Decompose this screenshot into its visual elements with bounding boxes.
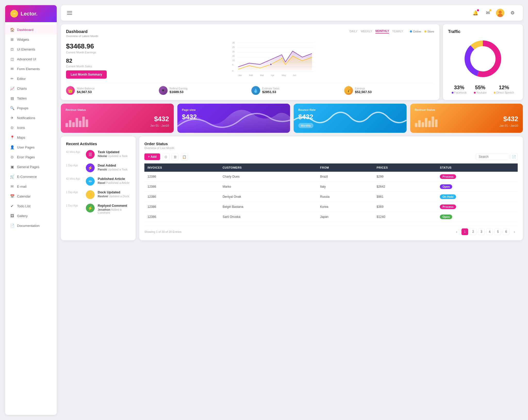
- export-icon-btn[interactable]: 📄: [510, 153, 518, 160]
- tab-monthly[interactable]: Monthly: [375, 29, 389, 34]
- sidebar: ~ Lector. 🏠 Dashboard ⊞ Widgets ⊡ UI Ele…: [5, 5, 57, 415]
- direct-pct: 12%: [494, 85, 514, 90]
- sidebar-item-error-pages[interactable]: ⊙ Erorr Pages: [5, 152, 57, 162]
- sidebar-item-tables[interactable]: ▤ Tables: [5, 93, 57, 103]
- next-page-btn[interactable]: ›: [511, 228, 518, 235]
- stats-row: 👑 Wallet Ballance $4,567.53 ♥ Referal Ea…: [66, 83, 434, 95]
- table-row: 12386 Sarti Onuska Japan $1240 Open: [144, 212, 518, 222]
- sidebar-item-todo[interactable]: ✔ Todo List: [5, 201, 57, 211]
- activity-desc-0: Nikolai Updated a Task: [98, 154, 130, 158]
- settings-icon-btn[interactable]: ⚙: [508, 9, 517, 17]
- referral-info: Referal Earning $1689.53: [170, 87, 187, 94]
- page-btn-6[interactable]: 6: [503, 228, 509, 235]
- page-btn-4[interactable]: 4: [486, 228, 493, 235]
- sidebar-item-widgets[interactable]: ⊞ Widgets: [5, 35, 57, 44]
- hamburger-menu[interactable]: [67, 11, 72, 15]
- sidebar-item-general-pages[interactable]: ▣ General Pages: [5, 162, 57, 172]
- sidebar-item-popups[interactable]: 🔍 Popups: [5, 103, 57, 113]
- row-4-price: $1240: [374, 212, 437, 222]
- row-4-customer: Sarti Onuska: [219, 212, 317, 222]
- chart-legend: Online Store: [410, 30, 434, 33]
- sidebar-label-charts: Charts: [17, 87, 27, 90]
- toolbar-circle-btn[interactable]: ⊙: [162, 153, 169, 160]
- activity-title-2: Published Article: [98, 177, 130, 181]
- revenue-status-card-2: Revinue Status $432 Jan 01 - Jan10: [410, 104, 523, 133]
- add-order-button[interactable]: + Add: [144, 153, 160, 160]
- bounce-rate-card: Bounce Rate $432 Monthly: [294, 104, 407, 133]
- sidebar-label-error-pages: Erorr Pages: [17, 155, 35, 159]
- sidebar-item-icons[interactable]: ⊙ Icons: [5, 123, 57, 133]
- wallet-label: Wallet Ballance: [77, 87, 95, 90]
- svg-text:20: 20: [232, 50, 235, 53]
- sidebar-item-documentation[interactable]: 📄 Documentation: [5, 221, 57, 230]
- calendar-icon: 📅: [10, 194, 14, 199]
- last-month-button[interactable]: Last Month Summary: [66, 70, 107, 79]
- sidebar-item-form-elements[interactable]: ✉ Form Elements: [5, 64, 57, 74]
- user-avatar[interactable]: [496, 9, 504, 17]
- sidebar-item-charts[interactable]: 📈 Charts: [5, 84, 57, 93]
- earnings-stat-value: $52,567.53: [355, 90, 372, 94]
- prev-page-btn[interactable]: ‹: [453, 228, 460, 235]
- sidebar-item-dashboard[interactable]: 🏠 Dashboard: [5, 25, 57, 35]
- activity-title-1: Deal Added: [98, 163, 130, 167]
- row-1-customer: Marko: [219, 182, 317, 192]
- tab-daily[interactable]: Daily: [350, 30, 358, 33]
- sidebar-item-advanced-ui[interactable]: ◫ Advanced UI: [5, 54, 57, 64]
- orange-bar-6: [432, 117, 434, 127]
- wallet-value: $4,567.53: [77, 90, 95, 94]
- tab-weekly[interactable]: Weekly: [361, 30, 372, 33]
- earnings-label: Current Month Earnings: [66, 51, 107, 54]
- sidebar-item-calendar[interactable]: 📅 Calendar: [5, 191, 57, 201]
- blue-wave-svg: [294, 104, 407, 133]
- orange-bar-5: [428, 121, 431, 127]
- activity-item-1: 1 Day Ago ⚡ Deal Added Panshi Updated a …: [66, 163, 130, 172]
- activity-icon-2: ✏: [86, 177, 95, 186]
- row-2-customer: Deniyal Onak: [219, 192, 317, 202]
- orange-bar-1: [415, 123, 417, 127]
- sidebar-item-gallery[interactable]: 🖼 Gallery: [5, 211, 57, 221]
- activity-action-1: Updated a Task: [108, 168, 127, 171]
- tab-yearly[interactable]: Yearly: [392, 30, 403, 33]
- col-prices: Prices: [374, 163, 437, 172]
- header: 🔔 ✉ ⚙: [61, 5, 523, 21]
- status-badge-2: On Hold: [440, 194, 456, 199]
- sidebar-item-editor[interactable]: ✏ Editor: [5, 74, 57, 84]
- documentation-icon: 📄: [10, 223, 14, 228]
- bar-4: [76, 118, 78, 127]
- pagination: Showing 1 of 20 of 20 Entries ‹ 1 2 3 4 …: [144, 226, 518, 235]
- email-icon: ✉: [10, 184, 14, 189]
- row-2-price: $981: [374, 192, 437, 202]
- mail-icon-btn[interactable]: ✉: [484, 9, 492, 17]
- page-btn-5[interactable]: 5: [494, 228, 501, 235]
- gallery-icon: 🖼: [10, 213, 14, 218]
- row-0-status: Process: [437, 172, 518, 182]
- row-1-from: Italy: [317, 182, 373, 192]
- activity-icon-4: ⚡: [86, 204, 95, 212]
- sidebar-item-ecommerce[interactable]: 🛒 E-Commerce: [5, 172, 57, 182]
- sidebar-item-ui-elements[interactable]: ⊡ UI Elements: [5, 44, 57, 54]
- page-view-card: Page view $432: [177, 104, 290, 133]
- activity-time-3: 1 Day Ago: [66, 191, 83, 194]
- page-btn-2[interactable]: 2: [470, 228, 476, 235]
- row-4-from: Japan: [317, 212, 373, 222]
- donut-chart-wrapper: [448, 38, 518, 79]
- direct-text: Direct Speech: [496, 91, 514, 94]
- bell-icon-btn[interactable]: 🔔: [471, 9, 480, 17]
- sidebar-item-user-pages[interactable]: 👤 User Pages: [5, 142, 57, 152]
- page-btn-3[interactable]: 3: [478, 228, 485, 235]
- sidebar-item-notifications[interactable]: ✈ Notifications: [5, 113, 57, 123]
- search-input[interactable]: [476, 153, 509, 160]
- sidebar-label-ecommerce: E-Commerce: [17, 175, 37, 179]
- pink-card-sub: Jan 01 - Jan10: [150, 124, 169, 127]
- activity-title-0: Task Updated: [98, 150, 130, 154]
- page-btn-1[interactable]: 1: [461, 228, 468, 235]
- svg-text:35: 35: [232, 42, 235, 44]
- dashboard-chart: 35 25 20 15 10 5 0: [112, 40, 434, 80]
- sidebar-item-email[interactable]: ✉ E-mail: [5, 182, 57, 191]
- ecommerce-icon: 🛒: [10, 174, 14, 179]
- sidebar-label-widgets: Widgets: [17, 38, 29, 42]
- sales-estimate-label: Estimate Sales: [262, 87, 279, 90]
- toolbar-trash-btn[interactable]: 🗑: [171, 153, 179, 160]
- sidebar-item-maps[interactable]: 📍 Maps: [5, 133, 57, 142]
- toolbar-export-btn[interactable]: 📋: [181, 153, 188, 160]
